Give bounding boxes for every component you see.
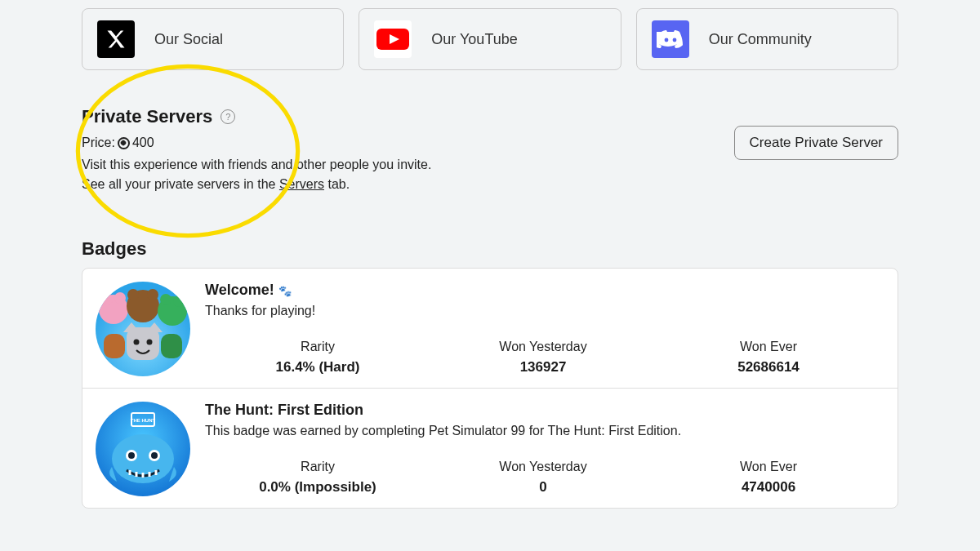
desc-line2b: tab. (324, 177, 350, 191)
stat-label: Rarity (205, 460, 430, 474)
stat-label: Won Ever (656, 340, 881, 354)
svg-point-8 (127, 289, 139, 300)
badges-list: Welcome! 🐾 Thanks for playing! Rarity 16… (82, 268, 898, 509)
badge-row: Welcome! 🐾 Thanks for playing! Rarity 16… (82, 269, 898, 389)
svg-point-22 (128, 452, 135, 459)
badge-row: THE HUNT The Hunt: First Edition This ba… (82, 389, 898, 508)
help-icon[interactable]: ? (220, 109, 235, 124)
private-server-price: Price: 400 (82, 136, 734, 150)
badge-title: The Hunt: First Edition (205, 402, 881, 419)
stat-label: Won Yesterday (430, 340, 656, 354)
svg-point-6 (114, 292, 126, 304)
price-value: 400 (132, 136, 154, 150)
badge-title-text: Welcome! (205, 282, 278, 298)
badge-desc: Thanks for playing! (205, 304, 881, 318)
stat-value: 16.4% (Hard) (205, 359, 430, 375)
stat-value: 52686614 (656, 359, 881, 375)
stat-label: Won Ever (656, 460, 881, 474)
svg-point-5 (101, 294, 113, 305)
social-label: Our Social (154, 31, 223, 48)
desc-line1: Visit this experience with friends and o… (82, 158, 431, 171)
stat-value: 0.0% (Impossible) (205, 479, 430, 495)
svg-point-15 (147, 340, 153, 345)
social-row: Our Social Our YouTube Our Community (82, 0, 898, 70)
create-private-server-button[interactable]: Create Private Server (734, 126, 898, 160)
svg-point-14 (134, 340, 140, 345)
stat-rarity: Rarity 0.0% (Impossible) (205, 460, 430, 495)
stat-yesterday: Won Yesterday 0 (430, 460, 656, 495)
svg-text:THE HUNT: THE HUNT (131, 418, 156, 423)
social-card-discord[interactable]: Our Community (636, 8, 898, 70)
svg-point-1 (664, 38, 668, 42)
stat-value: 136927 (430, 359, 656, 375)
paw-icon: 🐾 (278, 285, 292, 297)
private-server-desc: Visit this experience with friends and o… (82, 155, 734, 194)
discord-icon (652, 20, 689, 58)
servers-tab-link[interactable]: Servers (279, 177, 324, 191)
svg-point-2 (672, 38, 676, 42)
svg-point-24 (151, 452, 158, 459)
stat-value: 0 (430, 479, 656, 495)
svg-point-11 (160, 294, 172, 305)
stat-ever: Won Ever 52686614 (656, 340, 881, 375)
social-card-youtube[interactable]: Our YouTube (359, 8, 621, 70)
badge-desc: This badge was earned by completing Pet … (205, 424, 881, 438)
svg-point-12 (173, 295, 185, 307)
price-label: Price: (82, 136, 115, 150)
social-label: Our YouTube (431, 31, 517, 48)
youtube-icon (374, 20, 412, 58)
badge-title-text: The Hunt: First Edition (205, 402, 363, 418)
stat-label: Rarity (205, 340, 430, 354)
stat-ever: Won Ever 4740006 (656, 460, 881, 495)
stat-yesterday: Won Yesterday 136927 (430, 340, 656, 375)
badge-title: Welcome! 🐾 (205, 282, 881, 299)
badge-image: THE HUNT (96, 402, 190, 496)
badges-title: Badges (82, 238, 898, 260)
robux-icon (118, 137, 130, 149)
stat-value: 4740006 (656, 479, 881, 495)
desc-line2a: See all your private servers in the (82, 177, 279, 191)
private-servers-section: Private Servers ? Price: 400 Visit this … (82, 106, 898, 194)
svg-rect-17 (161, 334, 182, 358)
stat-rarity: Rarity 16.4% (Hard) (205, 340, 430, 375)
social-card-x[interactable]: Our Social (82, 8, 344, 70)
svg-rect-16 (104, 334, 125, 358)
private-servers-title: Private Servers (82, 106, 212, 127)
stat-label: Won Yesterday (430, 460, 656, 474)
social-label: Our Community (709, 31, 812, 48)
svg-point-9 (147, 289, 158, 300)
x-icon (97, 20, 135, 58)
badge-image (96, 282, 190, 376)
